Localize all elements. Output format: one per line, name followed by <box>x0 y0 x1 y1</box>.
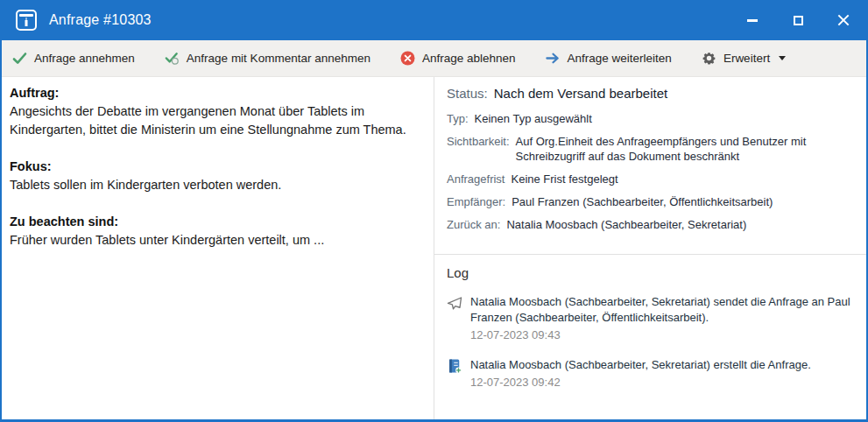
details-panel: Status: Nach dem Versand bearbeitet Typ:… <box>434 77 866 419</box>
zurueck-an-value: Natalia Moosbach (Sachbearbeiter, Sekret… <box>506 217 746 232</box>
dialog-content: Auftrag: Angesichts der Debatte im verga… <box>2 77 866 419</box>
window-controls <box>730 0 866 40</box>
section-body: Früher wurden Tablets unter Kindergärten… <box>10 231 423 250</box>
section-heading: Auftrag: <box>10 84 423 102</box>
accept-with-comment-label: Anfrage mit Kommentar annehmen <box>187 52 370 65</box>
log-entry-text: Natalia Moosbach (Sachbearbeiter, Sekret… <box>470 357 811 373</box>
sichtbarkeit-value: Auf Org.Einheit des Anfrageempfängers un… <box>516 134 857 164</box>
minimize-icon <box>747 19 758 22</box>
forward-arrow-icon <box>546 51 561 66</box>
check-comment-icon <box>165 51 180 66</box>
log-entry: Natalia Moosbach (Sachbearbeiter, Sekret… <box>447 357 857 390</box>
reject-circle-icon <box>400 51 415 66</box>
titlebar: Anfrage #10303 <box>2 0 866 40</box>
close-icon <box>837 14 850 26</box>
anfragefrist-value: Keine Frist festgelegt <box>511 172 617 186</box>
forward-request-button[interactable]: Anfrage weiterleiten <box>546 51 672 66</box>
gear-icon <box>702 51 716 66</box>
detail-row-sichtbarkeit: Sichtbarkeit: Auf Org.Einheit des Anfrag… <box>447 134 857 164</box>
section-body: Angesichts der Debatte im vergangenen Mo… <box>10 102 423 139</box>
log-entry-text: Natalia Moosbach (Sachbearbeiter, Sekret… <box>470 294 857 326</box>
request-section-auftrag: Auftrag: Angesichts der Debatte im verga… <box>10 84 423 139</box>
advanced-menu-button[interactable]: Erweitert <box>702 51 786 66</box>
empfaenger-value: Paul Franzen (Sachbearbeiter, Öffentlich… <box>512 194 773 209</box>
log-section: Log Natalia Moosbach (Sachbearbeiter, Se… <box>434 255 866 413</box>
maximize-icon <box>794 16 803 25</box>
toolbar: Anfrage annehmen Anfrage mit Kommentar a… <box>2 40 866 77</box>
log-entry-body: Natalia Moosbach (Sachbearbeiter, Sekret… <box>470 357 811 390</box>
request-section-zu-beachten: Zu beachten sind: Früher wurden Tablets … <box>10 213 423 250</box>
close-button[interactable] <box>821 0 866 40</box>
request-info-icon <box>16 10 37 31</box>
check-icon <box>12 51 27 66</box>
typ-value: Keinen Typ ausgewählt <box>475 111 592 126</box>
typ-label: Typ: <box>447 111 469 126</box>
advanced-menu-label: Erweitert <box>723 52 770 65</box>
request-section-fokus: Fokus: Tablets sollen im Kindergarten ve… <box>10 158 423 194</box>
maximize-button[interactable] <box>775 0 821 40</box>
section-heading: Fokus: <box>10 158 423 176</box>
reject-request-label: Anfrage ablehnen <box>422 52 516 65</box>
detail-row-empfaenger: Empfänger: Paul Franzen (Sachbearbeiter,… <box>447 194 857 209</box>
log-entry: Natalia Moosbach (Sachbearbeiter, Sekret… <box>447 294 857 343</box>
log-entry-timestamp: 12-07-2023 09:42 <box>470 375 811 390</box>
request-text-panel: Auftrag: Angesichts der Debatte im verga… <box>2 77 434 419</box>
zurueck-an-label: Zurück an: <box>447 217 500 232</box>
request-details: Status: Nach dem Versand bearbeitet Typ:… <box>434 82 866 249</box>
anfragefrist-label: Anfragefrist <box>447 172 505 186</box>
accept-request-label: Anfrage annehmen <box>34 52 135 65</box>
empfaenger-label: Empfänger: <box>447 194 505 209</box>
accept-with-comment-button[interactable]: Anfrage mit Kommentar annehmen <box>165 51 370 66</box>
document-add-icon <box>447 358 462 374</box>
window-title: Anfrage #10303 <box>49 12 152 28</box>
detail-row-anfragefrist: Anfragefrist Keine Frist festgelegt <box>447 172 857 186</box>
request-dialog-window: Anfrage #10303 Anfrage annehmen Anfrage … <box>0 0 868 422</box>
section-body: Tablets sollen im Kindergarten verboten … <box>10 176 423 194</box>
sichtbarkeit-label: Sichtbarkeit: <box>447 134 510 149</box>
forward-request-label: Anfrage weiterleiten <box>568 52 672 65</box>
detail-row-typ: Typ: Keinen Typ ausgewählt <box>447 111 857 126</box>
section-heading: Zu beachten sind: <box>10 213 423 231</box>
chevron-down-icon <box>779 56 786 60</box>
reject-request-button[interactable]: Anfrage ablehnen <box>400 51 516 66</box>
minimize-button[interactable] <box>730 0 775 40</box>
status-value: Nach dem Versand bearbeitet <box>494 86 667 101</box>
detail-row-status: Status: Nach dem Versand bearbeitet <box>447 86 857 101</box>
accept-request-button[interactable]: Anfrage annehmen <box>12 51 135 66</box>
log-entry-timestamp: 12-07-2023 09:43 <box>470 327 857 343</box>
status-label: Status: <box>447 86 488 101</box>
log-entry-body: Natalia Moosbach (Sachbearbeiter, Sekret… <box>470 294 857 343</box>
log-header: Log <box>447 265 857 280</box>
send-paper-plane-icon <box>447 295 462 311</box>
detail-row-zurueck-an: Zurück an: Natalia Moosbach (Sachbearbei… <box>447 217 857 232</box>
